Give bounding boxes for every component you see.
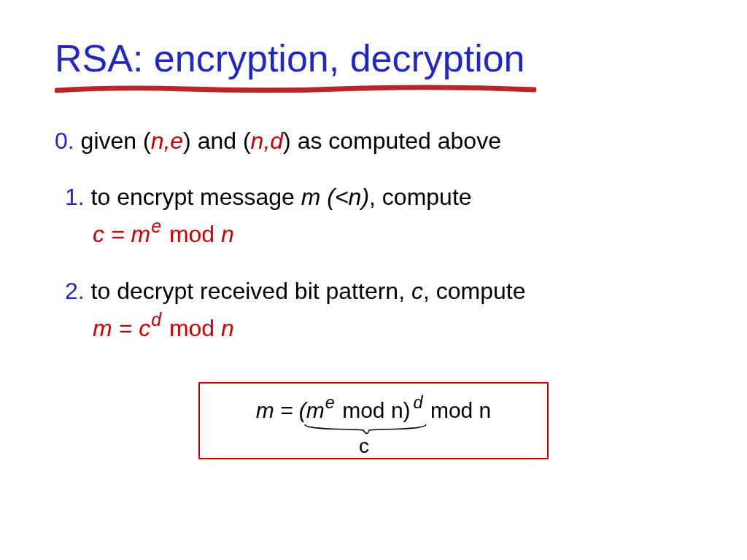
- slide-title: RSA: encryption, decryption: [55, 36, 692, 80]
- step-number: 2.: [65, 278, 85, 304]
- exponent-e: e: [325, 393, 335, 412]
- step-number: 1.: [65, 184, 85, 210]
- decrypt-formula: m = cd mod n: [93, 313, 692, 344]
- identity-box-wrap: m = (me mod n)d mod n c: [55, 382, 692, 459]
- step-2: 2. to decrypt received bit pattern, c, c…: [65, 276, 692, 344]
- exponent-d: d: [414, 393, 423, 412]
- brace-label-c: c: [359, 435, 369, 458]
- exponent-e: e: [151, 216, 161, 236]
- encrypt-formula: c = me mod n: [93, 219, 692, 250]
- cipher-c: c: [411, 278, 423, 304]
- message-m: m (<n): [301, 184, 369, 210]
- key-pair-ne: n,e: [151, 128, 183, 154]
- identity-box: m = (me mod n)d mod n c: [198, 382, 549, 459]
- step-1: 1. to encrypt message m (<n), compute c …: [65, 182, 692, 250]
- title-underline: [55, 85, 536, 95]
- exponent-d: d: [151, 309, 161, 330]
- step-0: 0. given (n,e) and (n,d) as computed abo…: [55, 125, 692, 157]
- step-number: 0.: [55, 128, 74, 154]
- key-pair-nd: n,d: [251, 128, 283, 154]
- slide: RSA: encryption, decryption 0. given (n,…: [0, 0, 747, 496]
